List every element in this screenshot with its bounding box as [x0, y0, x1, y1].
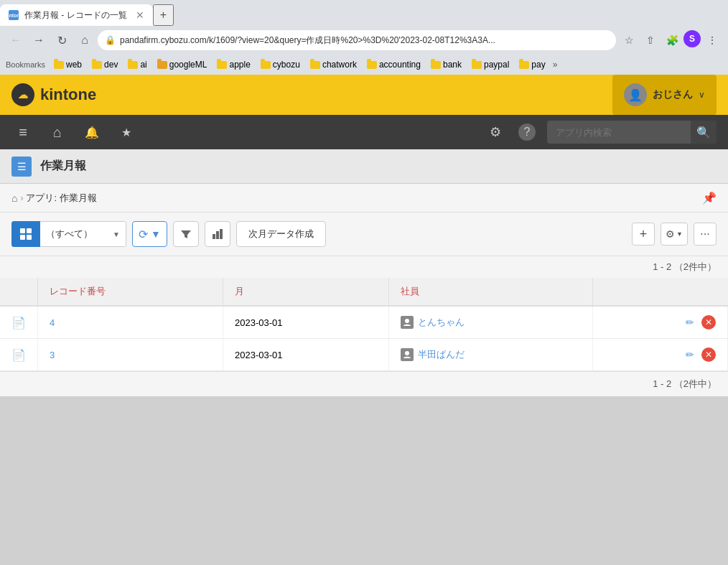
- chart-button[interactable]: [205, 221, 230, 247]
- lock-icon: 🔒: [105, 35, 116, 45]
- bookmark-chatwork[interactable]: chatwork: [306, 58, 361, 71]
- breadcrumb-bar: ⌂ › アプリ: 作業月報 📌: [0, 184, 728, 213]
- folder-icon: [261, 61, 271, 69]
- ellipsis-icon: ···: [700, 228, 709, 241]
- view-type-button[interactable]: [11, 221, 40, 247]
- actions-cell-1: ✏ ✕: [592, 306, 727, 339]
- bookmarks-more-button[interactable]: »: [553, 60, 558, 70]
- record-icon-cell: 📄: [0, 339, 38, 371]
- avatar-icon: 👤: [628, 88, 643, 102]
- bookmark-bank[interactable]: bank: [426, 58, 466, 71]
- month-cell-2: 2023-03-01: [223, 339, 388, 371]
- svg-rect-5: [216, 231, 219, 239]
- address-text: pandafirm.cybozu.com/k/1609/?view=20&que…: [120, 34, 495, 47]
- view-dropdown[interactable]: （すべて） ▼: [40, 221, 126, 247]
- edit-button-1[interactable]: ✏: [681, 314, 699, 331]
- home-button[interactable]: ⌂: [75, 30, 95, 50]
- bookmark-apple[interactable]: apple: [213, 58, 254, 71]
- filter-button[interactable]: [173, 221, 199, 247]
- svg-rect-0: [20, 228, 25, 233]
- app-title: 作業月報: [40, 159, 86, 174]
- app-search-button[interactable]: 🔍: [691, 121, 717, 144]
- graph-button[interactable]: ⟳ ▼: [132, 221, 167, 247]
- more-menu-button[interactable]: ⋮: [702, 30, 722, 50]
- app-search-input[interactable]: [547, 123, 691, 142]
- folder-icon: [367, 61, 377, 69]
- record-doc-icon: 📄: [11, 349, 26, 361]
- active-tab[interactable]: kintone 作業月報 - レコードの一覧 ✕: [0, 4, 153, 26]
- app-settings-button[interactable]: ⚙ ▼: [661, 223, 688, 246]
- delete-button-2[interactable]: ✕: [701, 347, 716, 362]
- bookmark-label: googleML: [169, 60, 207, 70]
- forward-button[interactable]: →: [29, 30, 49, 50]
- list-view-icon: ☰: [17, 161, 27, 172]
- svg-rect-6: [220, 229, 223, 239]
- app-title-bar: ☰ 作業月報: [0, 149, 728, 184]
- th-record-no: レコード番号: [38, 278, 223, 306]
- back-button[interactable]: ←: [6, 30, 26, 50]
- employee-cell-2: 半田ぱんだ: [389, 339, 593, 371]
- bookmark-dev[interactable]: dev: [88, 58, 122, 71]
- create-next-month-button[interactable]: 次月データ作成: [236, 221, 326, 247]
- folder-icon: [431, 61, 441, 69]
- th-icon: [0, 278, 38, 306]
- breadcrumb-home-button[interactable]: ⌂: [11, 192, 17, 204]
- record-link-3[interactable]: 3: [50, 350, 55, 360]
- logo-symbol: ☁: [18, 89, 28, 101]
- bookmark-paypal[interactable]: paypal: [467, 58, 513, 71]
- tab-close-button[interactable]: ✕: [136, 9, 144, 21]
- pagination-top: 1 - 2 （2件中）: [0, 256, 728, 278]
- edit-button-2[interactable]: ✏: [681, 346, 699, 363]
- bookmark-star-button[interactable]: ☆: [619, 30, 639, 50]
- help-button[interactable]: ?: [518, 123, 536, 141]
- bookmark-ai[interactable]: ai: [123, 58, 151, 71]
- bookmark-pay[interactable]: pay: [515, 58, 549, 71]
- bookmark-label: dev: [104, 60, 118, 70]
- bar-chart-icon: [212, 228, 223, 240]
- pagination-top-text: 1 - 2 （2件中）: [653, 261, 717, 274]
- favorites-button[interactable]: ★: [115, 121, 138, 144]
- more-options-button[interactable]: ···: [694, 223, 717, 246]
- bookmark-label: apple: [229, 60, 250, 70]
- extensions-button[interactable]: 🧩: [662, 30, 682, 50]
- graph-arrow-icon: ▼: [151, 228, 161, 240]
- bookmark-accounting[interactable]: accounting: [363, 58, 425, 71]
- folder-icon: [217, 61, 227, 69]
- records-table: レコード番号 月 社員 📄: [0, 278, 728, 371]
- profile-button[interactable]: S: [683, 30, 701, 47]
- share-button[interactable]: ⇧: [640, 30, 661, 50]
- employee-avatar-1: [401, 316, 414, 329]
- record-link-4[interactable]: 4: [50, 317, 55, 328]
- bookmark-label: paypal: [484, 60, 509, 70]
- address-bar[interactable]: 🔒 pandafirm.cybozu.com/k/1609/?view=20&q…: [98, 30, 616, 50]
- bookmark-cybozu[interactable]: cybozu: [256, 58, 304, 71]
- svg-point-8: [405, 351, 409, 355]
- folder-icon: [472, 61, 482, 69]
- gear-icon: ⚙: [666, 228, 675, 240]
- notification-button[interactable]: 🔔: [80, 121, 103, 144]
- new-tab-button[interactable]: +: [153, 4, 174, 26]
- menu-button[interactable]: ≡: [11, 121, 34, 144]
- user-name: おじさん: [653, 88, 693, 101]
- th-month: 月: [223, 278, 388, 306]
- svg-rect-3: [27, 235, 32, 240]
- user-menu[interactable]: 👤 おじさん ∨: [612, 75, 717, 115]
- bookmark-label: pay: [531, 60, 545, 70]
- bookmarks-label: Bookmarks: [6, 60, 45, 69]
- settings-toolbar-button[interactable]: ⚙: [484, 121, 507, 144]
- home-toolbar-button[interactable]: ⌂: [46, 121, 69, 144]
- bookmark-web[interactable]: web: [50, 58, 86, 71]
- svg-rect-2: [20, 235, 25, 240]
- bookmark-googleml[interactable]: googleML: [153, 58, 212, 71]
- employee-link-2[interactable]: 半田ぱんだ: [418, 348, 465, 361]
- pin-button[interactable]: 📌: [702, 191, 717, 205]
- bookmark-label: ai: [140, 60, 146, 70]
- employee-link-1[interactable]: とんちゃん: [418, 316, 465, 329]
- add-record-button[interactable]: +: [632, 223, 655, 246]
- refresh-button[interactable]: ↻: [52, 30, 72, 50]
- tab-favicon: kintone: [9, 10, 19, 20]
- kintone-header: ☁ kintone 👤 おじさん ∨: [0, 75, 728, 115]
- delete-button-1[interactable]: ✕: [701, 315, 716, 330]
- user-chevron-icon: ∨: [699, 90, 705, 100]
- folder-icon: [310, 61, 320, 69]
